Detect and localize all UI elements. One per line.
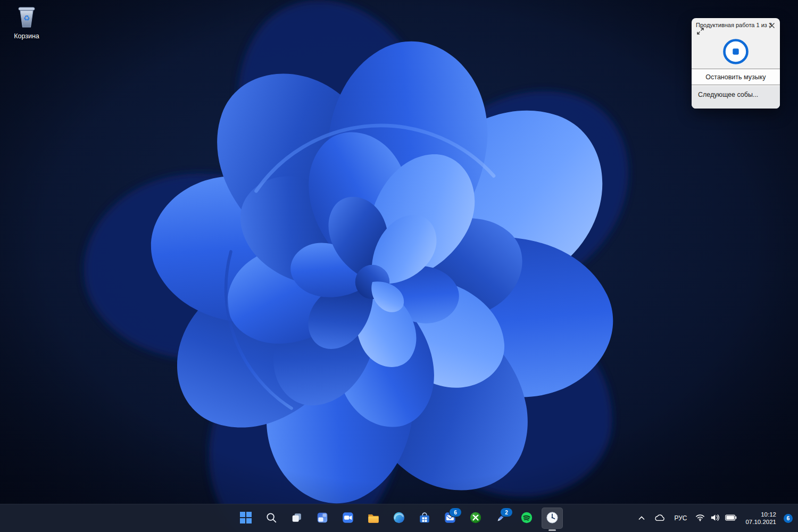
file-explorer-icon (367, 511, 380, 526)
xbox-button[interactable] (465, 508, 486, 529)
recycle-bin-label: Корзина (14, 32, 39, 40)
focus-session-popup: Продуктивная работа 1 из 3 Остановить му… (692, 18, 780, 109)
store-icon (418, 511, 431, 526)
quick-settings-button[interactable] (692, 508, 740, 528)
pen-button[interactable]: 2 (491, 508, 512, 529)
recycle-bin-icon: ♻ (15, 4, 38, 31)
next-event-button[interactable]: Следующее собы... (692, 86, 780, 109)
spotify-icon (520, 511, 533, 526)
start-icon (239, 511, 252, 526)
stop-focus-icon (733, 48, 738, 54)
edge-button[interactable] (388, 508, 410, 529)
search-icon (265, 511, 278, 526)
focus-session-title: Продуктивная работа 1 из 3 (696, 21, 772, 29)
focus-progress-ring (721, 37, 750, 68)
onedrive-cloud-icon (654, 513, 666, 523)
notification-center-button[interactable]: 6 (782, 508, 795, 528)
clock-tray-button[interactable]: 10:12 07.10.2021 (742, 508, 779, 528)
expand-button[interactable] (696, 27, 704, 35)
hidden-icons-button[interactable] (635, 508, 649, 528)
clock-icon (546, 511, 559, 526)
chevron-up-icon (638, 514, 645, 522)
recycle-bin[interactable]: ♻ Корзина (4, 4, 49, 40)
start-button[interactable] (235, 508, 256, 529)
battery-icon (725, 514, 737, 522)
svg-text:♻: ♻ (23, 14, 30, 22)
task-view-button[interactable] (286, 508, 307, 529)
taskbar: 6 (0, 504, 798, 532)
onedrive-button[interactable] (651, 508, 669, 528)
taskbar-center-icons: 6 (235, 508, 563, 529)
tray-date: 07.10.2021 (745, 518, 776, 526)
stop-music-button[interactable]: Остановить музыку (692, 69, 780, 85)
close-icon (769, 22, 775, 30)
system-tray: РУС (635, 504, 795, 532)
notification-count-badge: 6 (784, 514, 793, 523)
search-button[interactable] (261, 508, 282, 529)
widgets-icon (316, 511, 329, 526)
tray-time: 10:12 (745, 511, 776, 518)
desktop-wallpaper (0, 0, 798, 532)
pen-badge: 2 (501, 508, 512, 517)
language-label: РУС (674, 514, 687, 522)
close-button[interactable] (767, 22, 776, 31)
volume-icon (710, 513, 720, 523)
file-explorer-button[interactable] (363, 508, 384, 529)
store-button[interactable] (414, 508, 435, 529)
task-view-icon (290, 511, 303, 526)
xbox-icon (469, 511, 482, 526)
spotify-button[interactable] (516, 508, 537, 529)
mail-badge: 6 (450, 508, 461, 517)
edge-icon (393, 511, 405, 526)
widgets-button[interactable] (312, 508, 333, 529)
tray-clock: 10:12 07.10.2021 (745, 511, 776, 526)
chat-icon (342, 511, 354, 526)
chat-button[interactable] (337, 508, 359, 529)
wifi-icon (695, 514, 705, 523)
clock-app-button[interactable] (542, 508, 563, 529)
mail-button[interactable]: 6 (439, 508, 461, 529)
expand-icon (696, 29, 704, 37)
language-switcher[interactable]: РУС (671, 508, 690, 528)
